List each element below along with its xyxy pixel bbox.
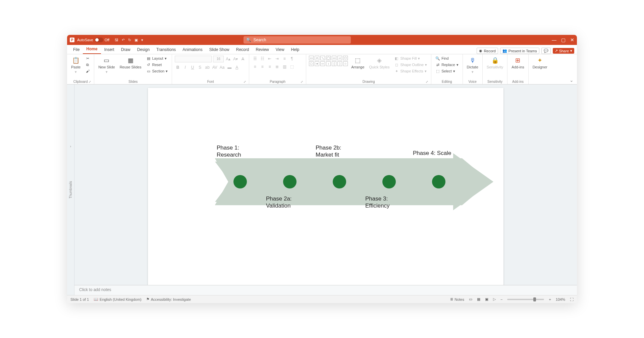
decrease-font-icon[interactable]: A▾ — [232, 56, 238, 62]
tab-transitions[interactable]: Transitions — [153, 45, 179, 54]
cut-button[interactable]: ✂ — [84, 56, 91, 61]
tab-design[interactable]: Design — [134, 45, 153, 54]
undo-icon[interactable]: ↶ — [122, 38, 125, 42]
highlight-icon[interactable]: ▬ — [226, 64, 232, 70]
section-button[interactable]: ▭Section ▾ — [145, 68, 169, 74]
close-icon[interactable]: ✕ — [570, 37, 574, 43]
changecase-icon[interactable]: Aa — [219, 64, 225, 70]
thumbnail-pane[interactable]: › Thumbnails — [67, 84, 74, 295]
phase-2b-label[interactable]: Phase 2b: Market fit — [316, 144, 341, 159]
italic-icon[interactable]: I — [182, 64, 188, 70]
phase-dot-2b[interactable] — [333, 175, 346, 188]
format-painter-button[interactable]: 🖌 — [84, 68, 91, 74]
comments-button[interactable]: 💬 — [541, 48, 551, 54]
autosave-toggle[interactable]: AutoSave Off — [77, 38, 109, 42]
record-button[interactable]: ◉ Record — [477, 48, 498, 54]
notes-pane[interactable]: Click to add notes — [74, 285, 577, 295]
textdir-icon[interactable]: ¶ — [289, 56, 295, 62]
reading-view-icon[interactable]: ▣ — [485, 297, 488, 301]
tab-help[interactable]: Help — [288, 45, 303, 54]
phase-dot-1[interactable] — [233, 175, 247, 188]
reuse-slides-button[interactable]: ▦Reuse Slides — [118, 56, 143, 70]
present-teams-button[interactable]: 👥 Present in Teams — [500, 48, 539, 54]
numbering-icon[interactable]: ☷ — [259, 56, 265, 62]
phase-dot-4[interactable] — [432, 175, 445, 188]
columns-icon[interactable]: ▥ — [281, 64, 287, 70]
from-beginning-icon[interactable]: ▣ — [135, 38, 138, 42]
select-button[interactable]: ⬚Select ▾ — [434, 68, 460, 74]
replace-button[interactable]: ⇄Replace ▾ — [434, 62, 460, 67]
bold-icon[interactable]: B — [175, 64, 181, 70]
font-family-combo[interactable] — [175, 56, 212, 62]
phase-2a-label[interactable]: Phase 2a: Validation — [266, 195, 292, 210]
slide-counter[interactable]: Slide 1 of 1 — [70, 297, 89, 301]
zoom-in-icon[interactable]: + — [549, 297, 551, 301]
phase-4-label[interactable]: Phase 4: Scale — [413, 150, 451, 157]
accessibility-status[interactable]: ⚑ Accessibility: Investigate — [146, 297, 191, 301]
zoom-slider[interactable] — [507, 299, 544, 300]
normal-view-icon[interactable]: ▭ — [469, 297, 472, 301]
tab-file[interactable]: File — [70, 45, 83, 54]
sorter-view-icon[interactable]: ▦ — [477, 297, 480, 301]
dialog-launcher-icon[interactable]: ⤢ — [426, 80, 428, 83]
linespace-icon[interactable]: ≡ — [281, 56, 287, 62]
dialog-launcher-icon[interactable]: ⤢ — [244, 80, 246, 83]
bullets-icon[interactable]: ☰ — [252, 56, 258, 62]
align-right-icon[interactable]: ≡ — [267, 64, 273, 70]
search-box[interactable]: 🔍 Search — [244, 36, 351, 44]
copy-button[interactable]: ⧉ — [84, 62, 91, 67]
tab-slideshow[interactable]: Slide Show — [206, 45, 233, 54]
paste-button[interactable]: 📋 Paste▾ — [70, 56, 82, 75]
designer-button[interactable]: ✦Designer — [531, 56, 549, 70]
chevron-right-icon[interactable]: › — [70, 145, 71, 148]
indent-inc-icon[interactable]: ⇥ — [274, 56, 280, 62]
clear-format-icon[interactable]: A̶ — [240, 56, 246, 62]
strike-icon[interactable]: S — [197, 64, 203, 70]
increase-font-icon[interactable]: A▴ — [225, 56, 231, 62]
maximize-icon[interactable]: ▢ — [561, 37, 566, 43]
timeline-arrow-shape[interactable] — [215, 153, 493, 210]
addins-button[interactable]: ⊞Add-ins — [510, 56, 525, 70]
phase-dot-3[interactable] — [382, 175, 396, 188]
phase-1-label[interactable]: Phase 1: Research — [217, 144, 241, 159]
shape-effects-button[interactable]: ✦Shape Effects ▾ — [393, 68, 428, 74]
language-status[interactable]: 📖 English (United Kingdom) — [94, 297, 142, 301]
dictate-button[interactable]: 🎙Dictate▾ — [466, 56, 480, 75]
new-slide-button[interactable]: ▭New Slide▾ — [97, 56, 116, 75]
tab-record[interactable]: Record — [233, 45, 253, 54]
fontcolor-icon[interactable]: A — [234, 64, 240, 70]
shape-fill-button[interactable]: ◧Shape Fill ▾ — [393, 56, 428, 61]
tab-review[interactable]: Review — [252, 45, 272, 54]
tab-home[interactable]: Home — [83, 45, 101, 54]
tab-animations[interactable]: Animations — [179, 45, 206, 54]
tab-view[interactable]: View — [272, 45, 288, 54]
qat-more-icon[interactable]: ▾ — [141, 38, 143, 42]
indent-dec-icon[interactable]: ⇤ — [267, 56, 273, 62]
charspace-icon[interactable]: AV — [212, 64, 218, 70]
find-button[interactable]: 🔍Find — [434, 56, 460, 61]
justify-icon[interactable]: ≣ — [274, 64, 280, 70]
redo-icon[interactable]: ↻ — [128, 38, 131, 42]
sensitivity-button[interactable]: 🔒Sensitivity — [485, 56, 505, 70]
dialog-launcher-icon[interactable]: ⤢ — [301, 80, 303, 83]
layout-button[interactable]: ▤Layout ▾ — [145, 56, 169, 61]
phase-dot-2a[interactable] — [283, 175, 297, 188]
font-size-combo[interactable]: 16 — [213, 56, 224, 62]
arrange-button[interactable]: ⬚Arrange — [350, 56, 366, 70]
align-center-icon[interactable]: ≡ — [259, 64, 265, 70]
phase-3-label[interactable]: Phase 3: Efficiency — [365, 195, 389, 210]
shadow-icon[interactable]: ab — [204, 64, 210, 70]
slide-canvas-area[interactable]: Phase 1: Research Phase 2b: Market fit P… — [74, 84, 577, 285]
notes-toggle[interactable]: ≣ Notes — [450, 297, 464, 301]
slideshow-view-icon[interactable]: ▷ — [493, 297, 496, 301]
collapse-ribbon-icon[interactable]: ⌄ — [566, 76, 577, 84]
fit-window-icon[interactable]: ⛶ — [570, 297, 574, 301]
align-left-icon[interactable]: ≡ — [252, 64, 258, 70]
share-button[interactable]: ↗ Share ▾ — [553, 48, 574, 54]
tab-draw[interactable]: Draw — [118, 45, 134, 54]
dialog-launcher-icon[interactable]: ⤢ — [89, 80, 91, 83]
slide[interactable]: Phase 1: Research Phase 2b: Market fit P… — [148, 88, 503, 285]
underline-icon[interactable]: U — [190, 64, 196, 70]
save-icon[interactable]: 🖫 — [115, 38, 118, 42]
smartart-icon[interactable]: ⬚ — [289, 64, 295, 70]
